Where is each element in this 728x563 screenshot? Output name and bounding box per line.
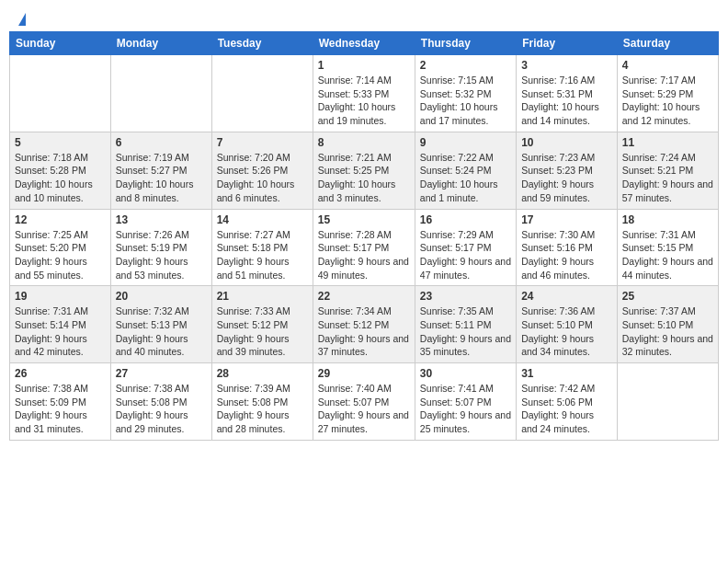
day-info: Sunrise: 7:34 AM Sunset: 5:12 PM Dayligh…	[318, 304, 410, 359]
day-number: 25	[622, 290, 713, 303]
calendar-cell: 9Sunrise: 7:22 AM Sunset: 5:24 PM Daylig…	[415, 132, 516, 209]
weekday-header-wednesday: Wednesday	[313, 32, 415, 55]
day-number: 1	[318, 59, 410, 72]
day-number: 13	[116, 213, 207, 226]
day-number: 5	[15, 136, 106, 149]
calendar-cell: 29Sunrise: 7:40 AM Sunset: 5:07 PM Dayli…	[313, 363, 415, 441]
calendar-cell: 10Sunrise: 7:23 AM Sunset: 5:23 PM Dayli…	[517, 132, 618, 209]
calendar-cell	[617, 363, 718, 441]
day-info: Sunrise: 7:14 AM Sunset: 5:33 PM Dayligh…	[318, 74, 410, 128]
calendar-cell: 8Sunrise: 7:21 AM Sunset: 5:25 PM Daylig…	[313, 132, 415, 209]
calendar-cell: 5Sunrise: 7:18 AM Sunset: 5:28 PM Daylig…	[10, 132, 111, 209]
calendar-cell: 17Sunrise: 7:30 AM Sunset: 5:16 PM Dayli…	[517, 209, 618, 286]
day-number: 29	[318, 367, 410, 380]
week-row-2: 5Sunrise: 7:18 AM Sunset: 5:28 PM Daylig…	[10, 132, 719, 209]
day-number: 31	[521, 367, 612, 380]
calendar-cell: 3Sunrise: 7:16 AM Sunset: 5:31 PM Daylig…	[517, 55, 618, 132]
day-info: Sunrise: 7:22 AM Sunset: 5:24 PM Dayligh…	[420, 151, 511, 205]
day-info: Sunrise: 7:15 AM Sunset: 5:32 PM Dayligh…	[420, 74, 511, 128]
calendar-cell: 16Sunrise: 7:29 AM Sunset: 5:17 PM Dayli…	[415, 209, 516, 286]
weekday-header-thursday: Thursday	[415, 32, 516, 55]
week-row-3: 12Sunrise: 7:25 AM Sunset: 5:20 PM Dayli…	[10, 209, 719, 286]
day-number: 15	[318, 213, 410, 226]
logo	[17, 13, 26, 22]
calendar-cell: 12Sunrise: 7:25 AM Sunset: 5:20 PM Dayli…	[10, 209, 111, 286]
day-info: Sunrise: 7:27 AM Sunset: 5:18 PM Dayligh…	[217, 228, 308, 282]
day-info: Sunrise: 7:32 AM Sunset: 5:13 PM Dayligh…	[116, 304, 207, 359]
calendar-cell: 25Sunrise: 7:37 AM Sunset: 5:10 PM Dayli…	[617, 286, 718, 363]
day-info: Sunrise: 7:37 AM Sunset: 5:10 PM Dayligh…	[622, 304, 713, 359]
day-info: Sunrise: 7:30 AM Sunset: 5:16 PM Dayligh…	[521, 228, 612, 282]
day-number: 23	[420, 290, 511, 303]
day-info: Sunrise: 7:26 AM Sunset: 5:19 PM Dayligh…	[116, 228, 207, 282]
day-number: 22	[318, 290, 410, 303]
day-number: 20	[116, 290, 207, 303]
day-number: 30	[420, 367, 511, 380]
calendar-cell: 19Sunrise: 7:31 AM Sunset: 5:14 PM Dayli…	[10, 286, 111, 363]
calendar-cell: 18Sunrise: 7:31 AM Sunset: 5:15 PM Dayli…	[617, 209, 718, 286]
day-info: Sunrise: 7:23 AM Sunset: 5:23 PM Dayligh…	[521, 151, 612, 205]
day-number: 28	[217, 367, 308, 380]
week-row-5: 26Sunrise: 7:38 AM Sunset: 5:09 PM Dayli…	[10, 363, 719, 441]
day-info: Sunrise: 7:18 AM Sunset: 5:28 PM Dayligh…	[15, 151, 106, 205]
weekday-header-monday: Monday	[110, 32, 211, 55]
day-number: 7	[217, 136, 308, 149]
logo-triangle-icon	[18, 13, 26, 26]
calendar-cell: 22Sunrise: 7:34 AM Sunset: 5:12 PM Dayli…	[313, 286, 415, 363]
day-number: 26	[15, 367, 106, 380]
day-info: Sunrise: 7:39 AM Sunset: 5:08 PM Dayligh…	[217, 382, 308, 436]
calendar-cell: 7Sunrise: 7:20 AM Sunset: 5:26 PM Daylig…	[211, 132, 313, 209]
calendar-cell: 21Sunrise: 7:33 AM Sunset: 5:12 PM Dayli…	[211, 286, 313, 363]
day-info: Sunrise: 7:17 AM Sunset: 5:29 PM Dayligh…	[622, 74, 713, 128]
day-info: Sunrise: 7:40 AM Sunset: 5:07 PM Dayligh…	[318, 382, 410, 436]
day-info: Sunrise: 7:19 AM Sunset: 5:27 PM Dayligh…	[116, 151, 207, 205]
calendar-table: SundayMondayTuesdayWednesdayThursdayFrid…	[9, 31, 719, 441]
calendar-cell: 20Sunrise: 7:32 AM Sunset: 5:13 PM Dayli…	[110, 286, 211, 363]
day-number: 18	[622, 213, 713, 226]
day-number: 6	[116, 136, 207, 149]
day-info: Sunrise: 7:24 AM Sunset: 5:21 PM Dayligh…	[622, 151, 713, 205]
calendar-cell: 27Sunrise: 7:38 AM Sunset: 5:08 PM Dayli…	[110, 363, 211, 441]
calendar-cell: 4Sunrise: 7:17 AM Sunset: 5:29 PM Daylig…	[617, 55, 718, 132]
day-info: Sunrise: 7:31 AM Sunset: 5:14 PM Dayligh…	[15, 304, 106, 359]
day-info: Sunrise: 7:31 AM Sunset: 5:15 PM Dayligh…	[622, 228, 713, 282]
day-info: Sunrise: 7:28 AM Sunset: 5:17 PM Dayligh…	[318, 228, 410, 282]
day-number: 12	[15, 213, 106, 226]
day-number: 27	[116, 367, 207, 380]
calendar-cell	[10, 55, 111, 132]
day-info: Sunrise: 7:25 AM Sunset: 5:20 PM Dayligh…	[15, 228, 106, 282]
calendar-cell: 1Sunrise: 7:14 AM Sunset: 5:33 PM Daylig…	[313, 55, 415, 132]
day-number: 14	[217, 213, 308, 226]
calendar-cell: 6Sunrise: 7:19 AM Sunset: 5:27 PM Daylig…	[110, 132, 211, 209]
day-info: Sunrise: 7:20 AM Sunset: 5:26 PM Dayligh…	[217, 151, 308, 205]
calendar-cell	[211, 55, 313, 132]
calendar-cell: 24Sunrise: 7:36 AM Sunset: 5:10 PM Dayli…	[517, 286, 618, 363]
day-info: Sunrise: 7:29 AM Sunset: 5:17 PM Dayligh…	[420, 228, 511, 282]
day-info: Sunrise: 7:21 AM Sunset: 5:25 PM Dayligh…	[318, 151, 410, 205]
calendar-cell: 26Sunrise: 7:38 AM Sunset: 5:09 PM Dayli…	[10, 363, 111, 441]
day-info: Sunrise: 7:35 AM Sunset: 5:11 PM Dayligh…	[420, 304, 511, 359]
day-number: 9	[420, 136, 511, 149]
day-number: 2	[420, 59, 511, 72]
weekday-header-sunday: Sunday	[10, 32, 111, 55]
day-info: Sunrise: 7:38 AM Sunset: 5:09 PM Dayligh…	[15, 382, 106, 436]
calendar-cell: 30Sunrise: 7:41 AM Sunset: 5:07 PM Dayli…	[415, 363, 516, 441]
day-number: 4	[622, 59, 713, 72]
calendar-cell: 11Sunrise: 7:24 AM Sunset: 5:21 PM Dayli…	[617, 132, 718, 209]
day-info: Sunrise: 7:38 AM Sunset: 5:08 PM Dayligh…	[116, 382, 207, 436]
weekday-header-friday: Friday	[517, 32, 618, 55]
day-info: Sunrise: 7:16 AM Sunset: 5:31 PM Dayligh…	[521, 74, 612, 128]
day-number: 19	[15, 290, 106, 303]
day-number: 21	[217, 290, 308, 303]
day-number: 8	[318, 136, 410, 149]
calendar-cell: 2Sunrise: 7:15 AM Sunset: 5:32 PM Daylig…	[415, 55, 516, 132]
page: SundayMondayTuesdayWednesdayThursdayFrid…	[0, 0, 728, 450]
calendar-cell	[110, 55, 211, 132]
day-number: 17	[521, 213, 612, 226]
day-number: 16	[420, 213, 511, 226]
day-info: Sunrise: 7:36 AM Sunset: 5:10 PM Dayligh…	[521, 304, 612, 359]
weekday-header-tuesday: Tuesday	[211, 32, 313, 55]
day-number: 24	[521, 290, 612, 303]
week-row-1: 1Sunrise: 7:14 AM Sunset: 5:33 PM Daylig…	[10, 55, 719, 132]
day-number: 11	[622, 136, 713, 149]
